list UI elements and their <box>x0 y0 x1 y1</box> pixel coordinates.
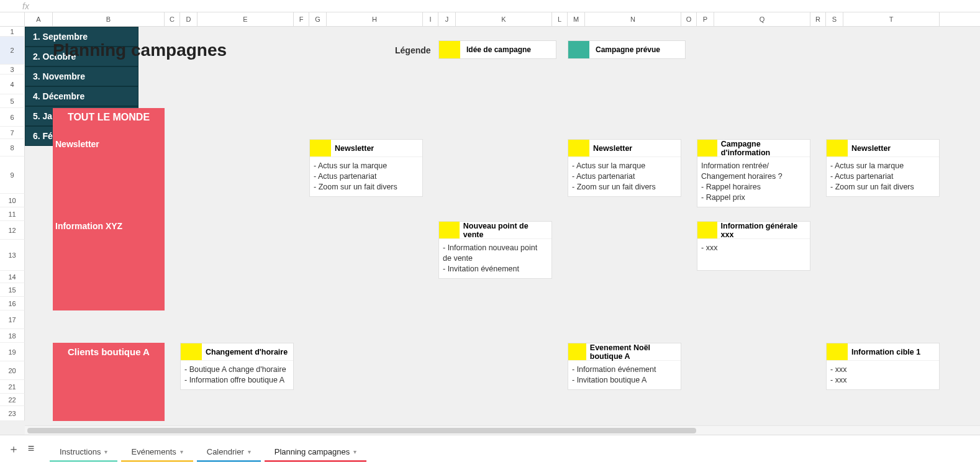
sheet-tab-label: Planning campagnes <box>274 447 350 456</box>
row-header[interactable]: 14 <box>0 271 25 283</box>
chevron-down-icon[interactable]: ▾ <box>180 448 183 455</box>
column-header[interactable]: O <box>681 12 697 26</box>
card-title: Newsletter <box>331 140 378 156</box>
row-header[interactable]: 22 <box>0 394 25 406</box>
all-sheets-menu-button[interactable]: ≡ <box>22 440 40 458</box>
fx-icon: fx <box>22 1 29 11</box>
column-header[interactable]: H <box>327 12 423 26</box>
column-header[interactable]: S <box>826 12 843 26</box>
row-header[interactable]: 15 <box>0 283 25 297</box>
row-header[interactable]: 17 <box>0 310 25 329</box>
column-header[interactable]: C <box>165 12 180 26</box>
month-header: 3. Novembre <box>25 66 138 86</box>
segment-row: Information XYZ <box>53 217 165 231</box>
card-swatch-icon <box>827 140 848 156</box>
row-header[interactable]: 3 <box>0 65 25 75</box>
column-header[interactable]: B <box>53 12 165 26</box>
row-header[interactable]: 19 <box>0 343 25 361</box>
segment-title: TOUT LE MONDE <box>53 108 165 127</box>
row-header[interactable]: 2 <box>0 37 25 65</box>
column-header[interactable]: J <box>438 12 456 26</box>
row-header[interactable]: 8 <box>0 139 25 156</box>
column-header[interactable]: F <box>294 12 309 26</box>
chevron-down-icon[interactable]: ▾ <box>104 448 107 455</box>
card-title: Newsletter <box>848 140 894 156</box>
column-header[interactable]: M <box>568 12 585 26</box>
sheet-tab[interactable]: Planning campagnes▾ <box>265 441 366 462</box>
row-header[interactable]: 11 <box>0 207 25 221</box>
column-header[interactable]: R <box>810 12 826 26</box>
row-header[interactable]: 7 <box>0 127 25 139</box>
card-oct-newsletter[interactable]: Newsletter- Actus sur la marque - Actus … <box>309 139 423 197</box>
row-header[interactable]: 12 <box>0 221 25 240</box>
segment-clients-a: Clients boutique A <box>53 343 165 421</box>
row-header[interactable]: 21 <box>0 380 25 394</box>
card-dec-newsletter[interactable]: Newsletter- Actus sur la marque - Actus … <box>568 139 681 197</box>
card-body: - Actus sur la marque - Actus partenaria… <box>827 157 939 196</box>
card-swatch-icon <box>181 343 202 360</box>
card-feb-newsletter[interactable]: Newsletter- Actus sur la marque - Actus … <box>826 139 940 197</box>
card-body: - Actus sur la marque - Actus partenaria… <box>310 157 422 196</box>
column-header[interactable]: T <box>843 12 940 26</box>
row-header[interactable]: 23 <box>0 406 25 421</box>
card-body: - Information nouveau point de vente - I… <box>439 239 551 278</box>
row-header[interactable]: 20 <box>0 361 25 380</box>
grid-canvas[interactable]: Planning campagnesLégendeIdée de campagn… <box>25 27 940 421</box>
sheet-tabs: Instructions▾Evénements▾Calendrier▾Plann… <box>50 435 370 462</box>
legend-text: Idée de campagne <box>460 41 537 58</box>
sheet-tab-label: Evénements <box>131 447 176 456</box>
horizontal-scrollbar[interactable] <box>25 425 980 435</box>
card-dec-noel[interactable]: Evenement Noël boutique A- Information é… <box>568 343 681 390</box>
card-nov-point-de-vente[interactable]: Nouveau point de vente- Information nouv… <box>438 221 552 279</box>
column-header[interactable]: L <box>552 12 568 26</box>
sheet-tab[interactable]: Evénements▾ <box>121 441 193 462</box>
scrollbar-thumb[interactable] <box>27 428 696 433</box>
chevron-down-icon[interactable]: ▾ <box>248 448 251 455</box>
card-feb-cible[interactable]: Information cible 1- xxx - xxx <box>826 343 940 390</box>
card-jan-campaign[interactable]: Campagne d'informationInformation rentré… <box>697 139 810 207</box>
chevron-down-icon[interactable]: ▾ <box>353 448 356 455</box>
card-title: Information cible 1 <box>848 343 924 360</box>
row-header[interactable]: 6 <box>0 108 25 127</box>
card-swatch-icon <box>568 140 589 156</box>
card-title: Information générale xxx <box>717 222 810 238</box>
column-header[interactable]: N <box>585 12 681 26</box>
month-header: 4. Décembre <box>25 86 138 106</box>
row-header[interactable]: 9 <box>0 156 25 194</box>
row-header[interactable]: 1 <box>0 27 25 37</box>
add-sheet-button[interactable]: ＋ <box>5 440 22 458</box>
card-body: - Information événement - Invitation bou… <box>568 361 681 389</box>
column-header[interactable]: P <box>697 12 714 26</box>
select-all-corner[interactable] <box>0 12 25 26</box>
segment-title: Clients boutique A <box>53 343 165 361</box>
row-header[interactable]: 5 <box>0 94 25 108</box>
legend-swatch-teal <box>568 41 589 58</box>
column-header[interactable]: E <box>197 12 294 26</box>
row-header[interactable]: 13 <box>0 240 25 271</box>
formula-bar: fx <box>0 0 980 12</box>
sheet-tab[interactable]: Instructions▾ <box>50 441 117 462</box>
row-header[interactable]: 16 <box>0 297 25 310</box>
sheet-tab-label: Calendrier <box>207 447 244 456</box>
row-header[interactable]: 10 <box>0 194 25 207</box>
card-swatch-icon <box>568 343 586 360</box>
column-header[interactable]: K <box>456 12 552 26</box>
column-header[interactable]: Q <box>714 12 810 26</box>
legend-item: Campagne prévue <box>568 40 686 59</box>
card-jan-info[interactable]: Information générale xxx- xxx <box>697 221 810 271</box>
card-body: Information rentrée/ Changement horaires… <box>697 157 810 207</box>
column-header[interactable]: I <box>423 12 438 26</box>
card-body: - Actus sur la marque - Actus partenaria… <box>568 157 681 196</box>
column-header[interactable]: G <box>309 12 327 26</box>
card-swatch-icon <box>697 222 717 238</box>
sheet-tab[interactable]: Calendrier▾ <box>197 441 261 462</box>
card-sep-horaire[interactable]: Changement d'horaire- Boutique A change … <box>180 343 294 390</box>
column-headers: ABCDEFGHIJKLMNOPQRST <box>0 12 980 27</box>
row-header[interactable]: 4 <box>0 75 25 94</box>
column-header[interactable]: A <box>25 12 53 26</box>
card-body: - xxx <box>697 239 810 257</box>
row-header[interactable]: 18 <box>0 329 25 343</box>
card-swatch-icon <box>310 140 331 156</box>
card-body: - xxx - xxx <box>827 361 939 389</box>
column-header[interactable]: D <box>180 12 197 26</box>
